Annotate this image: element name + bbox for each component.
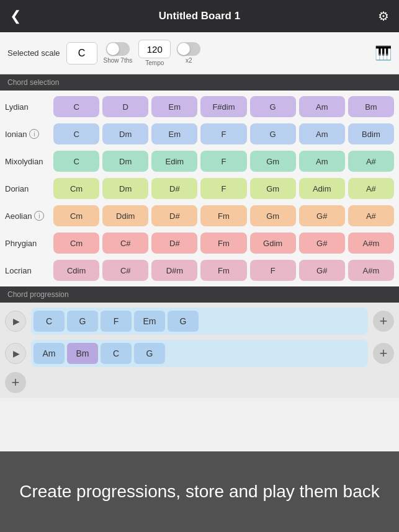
chord-btn-dorian-3[interactable]: F — [200, 178, 246, 199]
row-label-mixolydian: Mixolydian — [5, 157, 53, 166]
chord-btn-mixolydian-1[interactable]: Dm — [102, 151, 148, 172]
chord-btn-ionian-3[interactable]: F — [200, 123, 246, 144]
x2-group: x2 — [177, 42, 200, 64]
back-button[interactable]: ❮ — [10, 8, 29, 24]
chord-btn-lydian-0[interactable]: C — [53, 96, 99, 117]
chord-btn-locrian-0[interactable]: Cdim — [53, 260, 99, 281]
chord-btn-aeolian-4[interactable]: Gm — [250, 205, 296, 226]
chord-btn-ionian-6[interactable]: Bdim — [348, 123, 394, 144]
chords-container-aeolian: CmDdimD#FmGmG#A# — [53, 205, 394, 226]
prog-chord-1-1[interactable]: Bm — [67, 343, 98, 364]
tempo-label: Tempo — [145, 60, 164, 66]
chord-row-lydian: LydianCDEmF#dimGAmBm — [5, 93, 394, 120]
row-label-aeolian: Aeoliani — [5, 211, 53, 221]
prog-chord-1-2[interactable]: C — [101, 343, 132, 364]
tempo-input[interactable]: 120 — [138, 40, 171, 58]
chord-row-mixolydian: MixolydianCDmEdimFGmAmA# — [5, 148, 394, 175]
chord-btn-aeolian-3[interactable]: Fm — [200, 205, 246, 226]
chord-progression-label: Chord progression — [7, 290, 69, 299]
chord-btn-lydian-5[interactable]: Am — [299, 96, 345, 117]
chord-row-locrian: LocrianCdimC#D#mFmFG#A#m — [5, 257, 394, 284]
chord-btn-lydian-1[interactable]: D — [102, 96, 148, 117]
chords-container-phrygian: CmC#D#FmGdimG#A#m — [53, 233, 394, 254]
chords-container-lydian: CDEmF#dimGAmBm — [53, 96, 394, 117]
chord-btn-dorian-5[interactable]: Adim — [299, 178, 345, 199]
chord-btn-aeolian-0[interactable]: Cm — [53, 205, 99, 226]
chord-btn-lydian-3[interactable]: F#dim — [200, 96, 246, 117]
chord-btn-locrian-5[interactable]: G# — [299, 260, 345, 281]
chord-btn-mixolydian-6[interactable]: A# — [348, 151, 394, 172]
chord-btn-ionian-2[interactable]: Em — [151, 123, 197, 144]
chord-btn-locrian-4[interactable]: F — [250, 260, 296, 281]
chord-btn-locrian-3[interactable]: Fm — [200, 260, 246, 281]
add-chord-button-0[interactable]: + — [373, 311, 394, 332]
chord-btn-lydian-6[interactable]: Bm — [348, 96, 394, 117]
chord-btn-locrian-1[interactable]: C# — [102, 260, 148, 281]
prog-chord-1-0[interactable]: Am — [34, 343, 65, 364]
chord-btn-ionian-4[interactable]: G — [250, 123, 296, 144]
info-icon-aeolian[interactable]: i — [34, 211, 44, 221]
x2-toggle[interactable] — [177, 42, 200, 56]
prog-chord-0-3[interactable]: Em — [134, 311, 165, 332]
chord-btn-ionian-1[interactable]: Dm — [102, 123, 148, 144]
app-header: ❮ Untitled Board 1 ⚙ — [0, 0, 399, 32]
chord-btn-mixolydian-3[interactable]: F — [200, 151, 246, 172]
chord-btn-mixolydian-4[interactable]: Gm — [250, 151, 296, 172]
prog-chord-1-3[interactable]: G — [134, 343, 165, 364]
chord-btn-phrygian-1[interactable]: C# — [102, 233, 148, 254]
show7ths-label: Show 7ths — [104, 57, 133, 64]
chord-btn-locrian-6[interactable]: A#m — [348, 260, 394, 281]
chord-row-ionian: IonianiCDmEmFGAmBdim — [5, 120, 394, 148]
chord-btn-lydian-2[interactable]: Em — [151, 96, 197, 117]
chord-row-dorian: DorianCmDmD#FGmAdimA# — [5, 175, 394, 202]
piano-button[interactable]: 🎹 — [375, 45, 392, 61]
chord-btn-phrygian-4[interactable]: Gdim — [250, 233, 296, 254]
chord-btn-ionian-5[interactable]: Am — [299, 123, 345, 144]
chord-btn-dorian-6[interactable]: A# — [348, 178, 394, 199]
play-button-1[interactable]: ▶ — [5, 343, 26, 364]
chord-btn-aeolian-2[interactable]: D# — [151, 205, 197, 226]
chord-btn-ionian-0[interactable]: C — [53, 123, 99, 144]
info-icon-ionian[interactable]: i — [29, 129, 39, 139]
row-label-dorian: Dorian — [5, 184, 53, 193]
selected-scale-label: Selected scale — [7, 48, 60, 58]
chord-btn-phrygian-3[interactable]: Fm — [200, 233, 246, 254]
chord-btn-phrygian-5[interactable]: G# — [299, 233, 345, 254]
chord-btn-mixolydian-5[interactable]: Am — [299, 151, 345, 172]
prog-chord-0-1[interactable]: G — [67, 311, 98, 332]
chord-btn-phrygian-2[interactable]: D# — [151, 233, 197, 254]
progression-chords-1: AmBmCG — [31, 340, 368, 367]
chord-btn-aeolian-1[interactable]: Ddim — [102, 205, 148, 226]
chord-selection-header: Chord selection — [0, 74, 399, 91]
chord-btn-dorian-2[interactable]: D# — [151, 178, 197, 199]
settings-button[interactable]: ⚙ — [370, 9, 389, 24]
tempo-group: 120 Tempo — [138, 40, 171, 66]
chord-btn-locrian-2[interactable]: D#m — [151, 260, 197, 281]
chord-btn-dorian-4[interactable]: Gm — [250, 178, 296, 199]
x2-label: x2 — [186, 57, 192, 64]
progression-row-0: ▶CGFEmG+ — [5, 308, 394, 335]
toggle-knob — [107, 43, 119, 55]
chord-btn-aeolian-5[interactable]: G# — [299, 205, 345, 226]
chord-btn-dorian-1[interactable]: Dm — [102, 178, 148, 199]
play-button-0[interactable]: ▶ — [5, 311, 26, 332]
chord-btn-lydian-4[interactable]: G — [250, 96, 296, 117]
row-label-lydian: Lydian — [5, 102, 53, 112]
row-label-phrygian: Phrygian — [5, 239, 53, 248]
scale-input[interactable]: C — [66, 42, 97, 64]
add-progression-row-button[interactable]: + — [5, 372, 26, 393]
chord-btn-mixolydian-2[interactable]: Edim — [151, 151, 197, 172]
prog-chord-0-4[interactable]: G — [168, 311, 199, 332]
show7ths-toggle[interactable] — [106, 42, 130, 56]
prog-chord-0-2[interactable]: F — [101, 311, 132, 332]
page-title: Untitled Board 1 — [159, 10, 240, 22]
chord-btn-dorian-0[interactable]: Cm — [53, 178, 99, 199]
chords-container-dorian: CmDmD#FGmAdimA# — [53, 178, 394, 199]
chord-btn-phrygian-0[interactable]: Cm — [53, 233, 99, 254]
add-chord-button-1[interactable]: + — [373, 343, 394, 364]
chord-btn-mixolydian-0[interactable]: C — [53, 151, 99, 172]
chord-btn-phrygian-6[interactable]: A#m — [348, 233, 394, 254]
prog-chord-0-0[interactable]: C — [34, 311, 65, 332]
chords-container-ionian: CDmEmFGAmBdim — [53, 123, 394, 144]
chord-btn-aeolian-6[interactable]: A# — [348, 205, 394, 226]
